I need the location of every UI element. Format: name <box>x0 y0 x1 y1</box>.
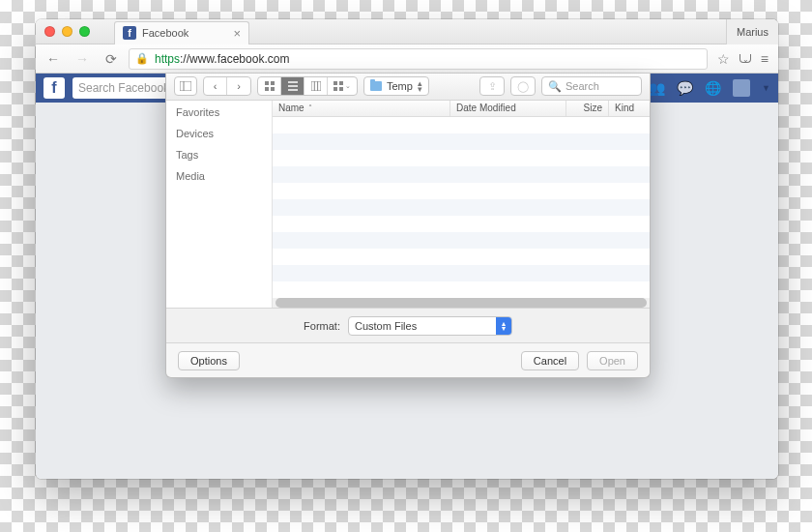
nav-back-button[interactable]: ‹ <box>204 77 227 95</box>
file-row-empty <box>273 265 650 281</box>
dialog-sidebar: Favorites Devices Tags Media <box>166 101 273 308</box>
file-row-empty <box>273 281 650 298</box>
dropdown-caret-icon[interactable]: ▼ <box>762 83 770 93</box>
pocket-icon[interactable]: ⌄ <box>740 54 751 63</box>
file-row-empty <box>273 249 650 265</box>
forward-button[interactable]: → <box>71 48 94 70</box>
options-button[interactable]: Options <box>178 351 240 370</box>
current-folder-label: Temp <box>387 80 413 92</box>
star-icon[interactable]: ☆ <box>717 51 730 67</box>
url-rest: ://www.facebook.com <box>180 52 289 66</box>
format-label: Format: <box>304 320 340 332</box>
file-row-empty <box>273 117 650 133</box>
sidebar-icon <box>180 81 191 91</box>
sidebar-section-tags[interactable]: Tags <box>176 149 262 161</box>
share-button[interactable]: ⇪ <box>479 76 505 96</box>
minimize-window-button[interactable] <box>62 26 72 37</box>
view-mode-segment: ⌄ <box>257 76 358 96</box>
column-kind[interactable]: Kind <box>609 101 650 116</box>
file-row-empty <box>273 150 650 166</box>
toolbar-right: ☆ ⌄ ≡ <box>713 51 772 67</box>
file-row-empty <box>273 216 650 232</box>
format-select[interactable]: Custom Files ▴▾ <box>348 316 512 336</box>
file-row-empty <box>273 133 650 150</box>
chevron-updown-icon: ▴▾ <box>418 80 422 92</box>
svg-rect-2 <box>265 81 269 85</box>
window-controls <box>44 26 97 37</box>
file-row-empty <box>273 232 650 249</box>
column-headers: Name˄ Date Modified Size Kind <box>273 101 650 117</box>
sidebar-section-media[interactable]: Media <box>176 170 262 182</box>
maximize-window-button[interactable] <box>79 26 90 37</box>
folder-icon <box>370 81 382 91</box>
svg-rect-15 <box>339 87 343 91</box>
file-open-dialog: ‹ › ⌄ <box>165 74 651 378</box>
chevron-updown-icon: ▴▾ <box>496 317 511 335</box>
profile-chip[interactable]: Marius <box>726 19 778 44</box>
menu-icon[interactable]: ≡ <box>761 51 768 67</box>
folder-path-dropdown[interactable]: Temp ▴▾ <box>363 76 429 96</box>
lock-icon: 🔒 <box>135 52 149 65</box>
dialog-search-input[interactable]: 🔍 Search <box>541 76 642 96</box>
tab-strip: f Facebook × Marius <box>36 19 778 44</box>
nav-forward-button[interactable]: › <box>227 77 250 95</box>
messages-icon[interactable]: 💬 <box>677 80 693 96</box>
dialog-toolbar: ‹ › ⌄ <box>166 74 650 101</box>
svg-rect-4 <box>265 87 269 91</box>
sort-asc-icon: ˄ <box>308 103 312 112</box>
tab-title: Facebook <box>142 27 188 39</box>
search-icon: 🔍 <box>548 80 562 93</box>
back-button[interactable]: ← <box>42 48 65 70</box>
svg-rect-12 <box>334 81 337 85</box>
close-window-button[interactable] <box>44 26 55 37</box>
format-row: Format: Custom Files ▴▾ <box>166 309 650 344</box>
sidebar-section-favorites[interactable]: Favorites <box>176 106 262 118</box>
svg-rect-13 <box>339 81 343 85</box>
svg-rect-3 <box>271 81 275 85</box>
url-scheme: https <box>155 52 180 66</box>
open-button[interactable]: Open <box>587 351 638 370</box>
url-toolbar: ← → ⟳ 🔒 https://www.facebook.com ☆ ⌄ ≡ <box>36 44 778 74</box>
svg-rect-14 <box>334 87 337 91</box>
column-name[interactable]: Name˄ <box>273 101 450 116</box>
friend-requests-icon[interactable]: 👥 <box>649 80 665 96</box>
facebook-logo[interactable]: f <box>44 77 65 99</box>
file-list-pane: Name˄ Date Modified Size Kind <box>273 101 650 308</box>
profile-avatar[interactable] <box>733 79 750 97</box>
close-tab-icon[interactable]: × <box>233 26 241 41</box>
svg-rect-5 <box>271 87 275 91</box>
horizontal-scrollbar[interactable] <box>273 298 650 308</box>
nav-back-forward: ‹ › <box>203 76 251 96</box>
svg-rect-9 <box>311 81 321 91</box>
dialog-body: Favorites Devices Tags Media Name˄ Date … <box>166 101 650 309</box>
cancel-button[interactable]: Cancel <box>521 351 579 370</box>
file-row-empty <box>273 199 650 216</box>
svg-rect-0 <box>180 81 191 91</box>
view-gallery-button[interactable]: ⌄ <box>328 77 357 95</box>
tags-button[interactable]: ◯ <box>510 76 536 96</box>
browser-tab[interactable]: f Facebook × <box>114 21 249 44</box>
view-columns-button[interactable] <box>304 77 328 95</box>
sidebar-section-devices[interactable]: Devices <box>176 128 262 139</box>
address-bar[interactable]: 🔒 https://www.facebook.com <box>129 48 708 70</box>
page-content: f Search Facebook 👥 💬 🌐 ▼ ‹ › <box>36 74 778 479</box>
favicon-facebook: f <box>123 26 136 40</box>
sidebar-toggle-button[interactable] <box>174 76 197 96</box>
browser-window: f Facebook × Marius ← → ⟳ 🔒 https://www.… <box>36 19 778 479</box>
file-row-empty <box>273 166 650 183</box>
file-row-empty <box>273 183 650 199</box>
dialog-button-row: Options Cancel Open <box>166 343 650 377</box>
file-rows <box>273 117 650 298</box>
column-size[interactable]: Size <box>566 101 609 116</box>
facebook-right-icons: 👥 💬 🌐 ▼ <box>649 79 770 97</box>
reload-button[interactable]: ⟳ <box>100 48 123 70</box>
view-list-button[interactable] <box>281 77 304 95</box>
column-date[interactable]: Date Modified <box>450 101 566 116</box>
notifications-icon[interactable]: 🌐 <box>705 80 721 96</box>
view-icons-button[interactable] <box>258 77 281 95</box>
